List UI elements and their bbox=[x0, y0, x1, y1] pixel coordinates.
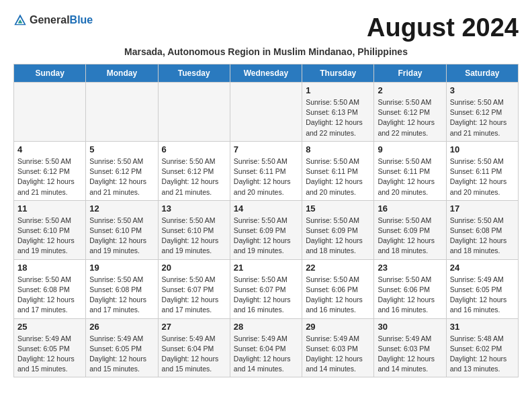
day-info: Sunrise: 5:50 AM Sunset: 6:12 PM Dayligh… bbox=[162, 156, 226, 197]
calendar-cell: 28Sunrise: 5:49 AM Sunset: 6:04 PM Dayli… bbox=[230, 318, 302, 377]
day-info: Sunrise: 5:50 AM Sunset: 6:08 PM Dayligh… bbox=[89, 275, 154, 316]
day-number: 15 bbox=[306, 203, 370, 214]
calendar-cell: 1Sunrise: 5:50 AM Sunset: 6:13 PM Daylig… bbox=[302, 83, 374, 142]
calendar-cell: 8Sunrise: 5:50 AM Sunset: 6:11 PM Daylig… bbox=[302, 141, 374, 200]
calendar-cell: 3Sunrise: 5:50 AM Sunset: 6:12 PM Daylig… bbox=[446, 83, 518, 142]
calendar-cell: 20Sunrise: 5:50 AM Sunset: 6:07 PM Dayli… bbox=[158, 259, 230, 318]
day-number: 22 bbox=[306, 263, 370, 273]
calendar-cell: 14Sunrise: 5:50 AM Sunset: 6:09 PM Dayli… bbox=[230, 200, 302, 259]
calendar-cell: 12Sunrise: 5:50 AM Sunset: 6:10 PM Dayli… bbox=[86, 200, 158, 259]
day-info: Sunrise: 5:49 AM Sunset: 6:05 PM Dayligh… bbox=[450, 275, 515, 316]
day-info: Sunrise: 5:49 AM Sunset: 6:03 PM Dayligh… bbox=[378, 334, 442, 375]
day-number: 13 bbox=[162, 203, 226, 214]
calendar-cell: 25Sunrise: 5:49 AM Sunset: 6:05 PM Dayli… bbox=[14, 318, 86, 377]
day-number: 9 bbox=[378, 144, 442, 154]
day-number: 2 bbox=[378, 85, 442, 95]
calendar-table: SundayMondayTuesdayWednesdayThursdayFrid… bbox=[13, 64, 519, 377]
day-info: Sunrise: 5:50 AM Sunset: 6:11 PM Dayligh… bbox=[234, 156, 298, 197]
day-info: Sunrise: 5:50 AM Sunset: 6:06 PM Dayligh… bbox=[306, 275, 370, 316]
day-number: 7 bbox=[234, 144, 298, 154]
day-number: 31 bbox=[450, 322, 515, 332]
month-title: August 2024 bbox=[367, 13, 519, 42]
logo-blue: Blue bbox=[70, 14, 93, 26]
day-info: Sunrise: 5:50 AM Sunset: 6:09 PM Dayligh… bbox=[234, 216, 298, 257]
calendar-cell: 17Sunrise: 5:50 AM Sunset: 6:08 PM Dayli… bbox=[446, 200, 518, 259]
calendar-cell: 22Sunrise: 5:50 AM Sunset: 6:06 PM Dayli… bbox=[302, 259, 374, 318]
day-number: 30 bbox=[378, 322, 442, 332]
weekday-header-saturday: Saturday bbox=[446, 64, 518, 83]
day-info: Sunrise: 5:50 AM Sunset: 6:08 PM Dayligh… bbox=[17, 275, 82, 316]
weekday-header-wednesday: Wednesday bbox=[230, 64, 302, 83]
day-number: 1 bbox=[306, 85, 370, 95]
calendar-cell: 31Sunrise: 5:48 AM Sunset: 6:02 PM Dayli… bbox=[446, 318, 518, 377]
day-number: 19 bbox=[89, 263, 154, 273]
day-number: 8 bbox=[306, 144, 370, 154]
day-info: Sunrise: 5:50 AM Sunset: 6:13 PM Dayligh… bbox=[306, 97, 370, 138]
day-number: 18 bbox=[17, 263, 82, 273]
calendar-cell: 21Sunrise: 5:50 AM Sunset: 6:07 PM Dayli… bbox=[230, 259, 302, 318]
day-info: Sunrise: 5:50 AM Sunset: 6:08 PM Dayligh… bbox=[450, 216, 515, 257]
day-number: 28 bbox=[234, 322, 298, 332]
logo-general: General bbox=[30, 14, 70, 26]
day-info: Sunrise: 5:50 AM Sunset: 6:09 PM Dayligh… bbox=[378, 216, 442, 257]
day-info: Sunrise: 5:50 AM Sunset: 6:12 PM Dayligh… bbox=[89, 156, 154, 197]
calendar-week-row: 1Sunrise: 5:50 AM Sunset: 6:13 PM Daylig… bbox=[14, 83, 519, 142]
day-number: 27 bbox=[162, 322, 226, 332]
day-number: 4 bbox=[17, 144, 82, 154]
day-info: Sunrise: 5:50 AM Sunset: 6:07 PM Dayligh… bbox=[162, 275, 226, 316]
calendar-cell: 5Sunrise: 5:50 AM Sunset: 6:12 PM Daylig… bbox=[86, 141, 158, 200]
day-number: 11 bbox=[17, 203, 82, 214]
day-info: Sunrise: 5:50 AM Sunset: 6:09 PM Dayligh… bbox=[306, 216, 370, 257]
calendar-cell: 19Sunrise: 5:50 AM Sunset: 6:08 PM Dayli… bbox=[86, 259, 158, 318]
day-number: 14 bbox=[234, 203, 298, 214]
day-info: Sunrise: 5:49 AM Sunset: 6:05 PM Dayligh… bbox=[17, 334, 82, 375]
day-number: 16 bbox=[378, 203, 442, 214]
calendar-cell: 15Sunrise: 5:50 AM Sunset: 6:09 PM Dayli… bbox=[302, 200, 374, 259]
calendar-cell: 24Sunrise: 5:49 AM Sunset: 6:05 PM Dayli… bbox=[446, 259, 518, 318]
weekday-header-monday: Monday bbox=[86, 64, 158, 83]
day-number: 26 bbox=[89, 322, 154, 332]
calendar-cell: 2Sunrise: 5:50 AM Sunset: 6:12 PM Daylig… bbox=[374, 83, 446, 142]
day-number: 12 bbox=[89, 203, 154, 214]
calendar-cell: 6Sunrise: 5:50 AM Sunset: 6:12 PM Daylig… bbox=[158, 141, 230, 200]
calendar-cell: 30Sunrise: 5:49 AM Sunset: 6:03 PM Dayli… bbox=[374, 318, 446, 377]
day-info: Sunrise: 5:49 AM Sunset: 6:03 PM Dayligh… bbox=[306, 334, 370, 375]
day-number: 6 bbox=[162, 144, 226, 154]
weekday-header-thursday: Thursday bbox=[302, 64, 374, 83]
calendar-cell: 26Sunrise: 5:49 AM Sunset: 6:05 PM Dayli… bbox=[86, 318, 158, 377]
day-info: Sunrise: 5:49 AM Sunset: 6:04 PM Dayligh… bbox=[162, 334, 226, 375]
day-info: Sunrise: 5:50 AM Sunset: 6:12 PM Dayligh… bbox=[378, 97, 442, 138]
day-info: Sunrise: 5:50 AM Sunset: 6:10 PM Dayligh… bbox=[17, 216, 82, 257]
logo-icon bbox=[13, 13, 27, 27]
calendar-week-row: 25Sunrise: 5:49 AM Sunset: 6:05 PM Dayli… bbox=[14, 318, 519, 377]
day-info: Sunrise: 5:50 AM Sunset: 6:10 PM Dayligh… bbox=[162, 216, 226, 257]
header: GeneralBlue August 2024 bbox=[13, 13, 519, 42]
calendar-week-row: 4Sunrise: 5:50 AM Sunset: 6:12 PM Daylig… bbox=[14, 141, 519, 200]
day-number: 20 bbox=[162, 263, 226, 273]
weekday-header-friday: Friday bbox=[374, 64, 446, 83]
day-number: 23 bbox=[378, 263, 442, 273]
day-number: 24 bbox=[450, 263, 515, 273]
day-number: 25 bbox=[17, 322, 82, 332]
calendar-week-row: 18Sunrise: 5:50 AM Sunset: 6:08 PM Dayli… bbox=[14, 259, 519, 318]
calendar-cell: 13Sunrise: 5:50 AM Sunset: 6:10 PM Dayli… bbox=[158, 200, 230, 259]
calendar-week-row: 11Sunrise: 5:50 AM Sunset: 6:10 PM Dayli… bbox=[14, 200, 519, 259]
day-info: Sunrise: 5:50 AM Sunset: 6:10 PM Dayligh… bbox=[89, 216, 154, 257]
calendar-cell bbox=[14, 83, 86, 142]
calendar-cell: 11Sunrise: 5:50 AM Sunset: 6:10 PM Dayli… bbox=[14, 200, 86, 259]
calendar-cell: 18Sunrise: 5:50 AM Sunset: 6:08 PM Dayli… bbox=[14, 259, 86, 318]
calendar-cell: 29Sunrise: 5:49 AM Sunset: 6:03 PM Dayli… bbox=[302, 318, 374, 377]
calendar-cell bbox=[230, 83, 302, 142]
day-number: 10 bbox=[450, 144, 515, 154]
calendar-cell: 16Sunrise: 5:50 AM Sunset: 6:09 PM Dayli… bbox=[374, 200, 446, 259]
day-info: Sunrise: 5:50 AM Sunset: 6:12 PM Dayligh… bbox=[450, 97, 515, 138]
day-info: Sunrise: 5:50 AM Sunset: 6:11 PM Dayligh… bbox=[378, 156, 442, 197]
subtitle: Marsada, Autonomous Region in Muslim Min… bbox=[13, 46, 519, 57]
calendar-cell bbox=[158, 83, 230, 142]
day-info: Sunrise: 5:50 AM Sunset: 6:06 PM Dayligh… bbox=[378, 275, 442, 316]
weekday-header-tuesday: Tuesday bbox=[158, 64, 230, 83]
logo: GeneralBlue bbox=[13, 13, 93, 27]
day-info: Sunrise: 5:49 AM Sunset: 6:04 PM Dayligh… bbox=[234, 334, 298, 375]
day-info: Sunrise: 5:50 AM Sunset: 6:12 PM Dayligh… bbox=[17, 156, 82, 197]
day-info: Sunrise: 5:48 AM Sunset: 6:02 PM Dayligh… bbox=[450, 334, 515, 375]
